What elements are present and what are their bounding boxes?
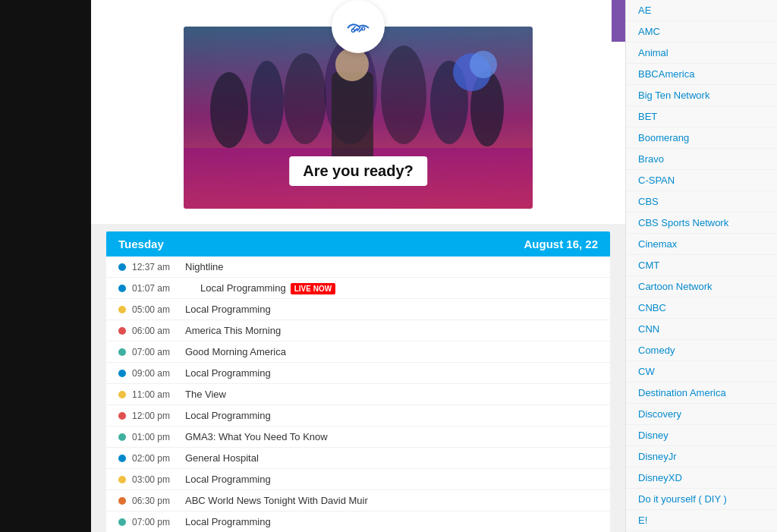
schedule-time: 01:07 am <box>132 283 185 294</box>
sidebar-item-cbs[interactable]: CBS <box>626 191 777 212</box>
svg-point-6 <box>284 53 326 144</box>
schedule-dot <box>118 433 126 441</box>
schedule-time: 05:00 am <box>132 304 185 315</box>
schedule-row[interactable]: 05:00 amLocal Programming <box>106 299 610 320</box>
schedule-row[interactable]: 06:00 amAmerica This Morning <box>106 320 610 342</box>
sidebar-item-bbcamerica[interactable]: BBCAmerica <box>626 64 777 85</box>
sidebar-item-do-it-yourself-(-diy-)[interactable]: Do it yourself ( DIY ) <box>626 489 777 510</box>
sidebar-item-disneyxd[interactable]: DisneyXD <box>626 467 777 489</box>
show-name: The View <box>185 389 598 400</box>
show-name: Good Morning America <box>185 346 598 357</box>
schedule-dot <box>118 263 126 271</box>
schedule-time: 12:37 am <box>132 262 185 272</box>
sidebar-item-cinemax[interactable]: Cinemax <box>626 234 777 255</box>
sidebar-item-animal[interactable]: Animal <box>626 42 777 64</box>
show-name: General Hospital <box>185 452 598 464</box>
schedule-dot <box>118 370 126 377</box>
schedule-time: 12:00 pm <box>132 411 185 421</box>
logo-circle <box>332 0 385 53</box>
sidebar-item-big-ten-network[interactable]: Big Ten Network <box>626 85 777 106</box>
schedule-dot <box>118 391 126 398</box>
schedule-day: Tuesday <box>118 238 164 250</box>
show-name: GMA3: What You Need To Know <box>185 431 598 442</box>
sidebar-item-amc[interactable]: AMC <box>626 21 777 42</box>
schedule-time: 01:00 pm <box>132 432 185 442</box>
show-name: Nightline <box>185 261 598 272</box>
schedule-dot <box>118 285 126 292</box>
right-sidebar: AEAMCAnimalBBCAmericaBig Ten NetworkBETB… <box>625 0 777 532</box>
left-panel <box>0 0 91 532</box>
hero-section: Are you ready? <box>91 0 625 224</box>
schedule-body: 12:37 amNightline01:07 amLocal Programmi… <box>106 257 610 532</box>
sidebar-item-discovery[interactable]: Discovery <box>626 404 777 425</box>
show-name: America This Morning <box>185 325 598 336</box>
schedule-time: 07:00 am <box>132 347 185 357</box>
sidebar-item-e![interactable]: E! <box>626 510 777 531</box>
show-name: Local Programming <box>185 367 598 379</box>
schedule-dot <box>118 412 126 420</box>
schedule-header: Tuesday August 16, 22 <box>106 231 610 257</box>
schedule-row[interactable]: 03:00 pmLocal Programming <box>106 469 610 490</box>
live-badge: LIVE NOW <box>291 283 335 294</box>
schedule-row[interactable]: 11:00 amThe View <box>106 384 610 405</box>
show-name: Local Programming <box>185 410 598 421</box>
schedule-time: 02:00 pm <box>132 453 185 464</box>
schedule-dot <box>118 348 126 356</box>
schedule-row[interactable]: 07:00 amGood Morning America <box>106 342 610 363</box>
sidebar-item-cmt[interactable]: CMT <box>626 255 777 276</box>
sidebar-item-cw[interactable]: CW <box>626 361 777 382</box>
sidebar-item-comedy[interactable]: Comedy <box>626 340 777 361</box>
schedule-dot <box>118 327 126 335</box>
schedule-time: 06:30 pm <box>132 496 185 506</box>
schedule-section: Tuesday August 16, 22 12:37 amNightline0… <box>106 231 610 532</box>
sidebar-item-c-span[interactable]: C-SPAN <box>626 170 777 191</box>
sidebar-item-disney[interactable]: Disney <box>626 425 777 446</box>
svg-point-4 <box>210 72 248 148</box>
sidebar-item-ae[interactable]: AE <box>626 0 777 21</box>
schedule-dot <box>118 518 126 526</box>
svg-rect-14 <box>332 72 373 163</box>
svg-point-15 <box>335 48 369 81</box>
schedule-time: 03:00 pm <box>132 474 185 485</box>
schedule-row[interactable]: 07:00 pmLocal Programming <box>106 512 610 532</box>
schedule-row[interactable]: 09:00 amLocal Programming <box>106 363 610 384</box>
schedule-row[interactable]: 12:00 pmLocal Programming <box>106 405 610 427</box>
hero-text-overlay: Are you ready? <box>289 156 427 186</box>
show-name: ABC World News Tonight With David Muir <box>185 495 598 506</box>
main-content: Are you ready? Tuesday August 16, 22 12:… <box>91 0 625 532</box>
schedule-row[interactable]: 02:00 pmGeneral Hospital <box>106 448 610 469</box>
schedule-row[interactable]: 06:30 pmABC World News Tonight With Davi… <box>106 490 610 512</box>
hero-image: Are you ready? <box>184 27 533 209</box>
svg-point-13 <box>470 51 497 78</box>
sidebar-item-bravo[interactable]: Bravo <box>626 149 777 170</box>
schedule-row[interactable]: 01:07 amLocal ProgrammingLIVE NOW <box>106 278 610 299</box>
handshake-icon <box>343 11 373 42</box>
sidebar-item-disneyjr[interactable]: DisneyJr <box>626 446 777 467</box>
schedule-dot <box>118 476 126 483</box>
sidebar-item-boomerang[interactable]: Boomerang <box>626 127 777 149</box>
schedule-dot <box>118 306 126 313</box>
show-name: Local ProgrammingLIVE NOW <box>200 282 598 294</box>
schedule-time: 06:00 am <box>132 326 185 336</box>
show-name: Local Programming <box>185 474 598 485</box>
schedule-time: 09:00 am <box>132 368 185 379</box>
schedule-time: 07:00 pm <box>132 517 185 527</box>
svg-point-8 <box>381 46 426 144</box>
purple-bar <box>612 0 625 42</box>
show-name: Local Programming <box>185 516 598 527</box>
sidebar-item-destination-america[interactable]: Destination America <box>626 382 777 404</box>
schedule-row[interactable]: 01:00 pmGMA3: What You Need To Know <box>106 427 610 448</box>
sidebar-item-cbs-sports-network[interactable]: CBS Sports Network <box>626 212 777 234</box>
hero-image-container: Are you ready? <box>91 0 625 224</box>
schedule-dot <box>118 497 126 505</box>
schedule-time: 11:00 am <box>132 389 185 400</box>
sidebar-item-bet[interactable]: BET <box>626 106 777 127</box>
sidebar-item-cnn[interactable]: CNN <box>626 319 777 340</box>
schedule-dot <box>118 455 126 462</box>
svg-point-5 <box>250 61 284 144</box>
schedule-date: August 16, 22 <box>524 238 598 250</box>
sidebar-item-cartoon-network[interactable]: Cartoon Network <box>626 276 777 297</box>
schedule-row[interactable]: 12:37 amNightline <box>106 257 610 278</box>
sidebar-item-cnbc[interactable]: CNBC <box>626 297 777 319</box>
show-name: Local Programming <box>185 304 598 315</box>
